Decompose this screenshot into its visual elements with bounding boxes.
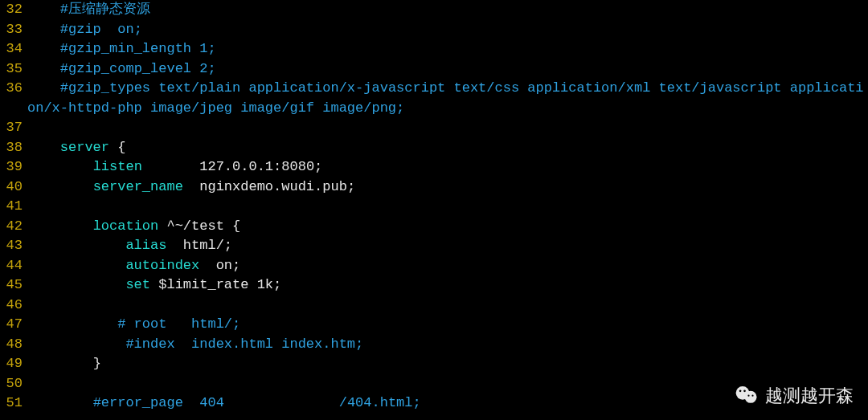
svg-point-5 xyxy=(751,394,753,396)
line-number: 45 xyxy=(0,275,27,296)
code-content[interactable]: #index index.html index.htm; xyxy=(27,335,868,355)
code-token: #压缩静态资源 xyxy=(60,2,150,17)
code-line[interactable]: 45 set $limit_rate 1k; xyxy=(0,275,868,296)
line-number: 49 xyxy=(0,354,27,374)
code-token: $limit_rate 1k; xyxy=(150,277,281,292)
code-token: ^~/test { xyxy=(158,218,240,234)
code-line[interactable]: 34 #gzip_min_length 1; xyxy=(0,39,868,59)
svg-point-3 xyxy=(743,389,746,392)
code-token: #index index.html index.htm; xyxy=(125,336,363,352)
code-token: nginxdemo.wudi.pub; xyxy=(183,179,355,194)
line-number: 42 xyxy=(0,217,27,237)
code-content[interactable]: alias html/; xyxy=(27,236,868,256)
code-content[interactable]: #压缩静态资源 xyxy=(27,0,868,20)
code-token: server_name xyxy=(93,179,183,194)
code-content[interactable]: listen 127.0.0.1:8080; xyxy=(27,157,868,177)
code-token: autoindex xyxy=(125,258,199,273)
code-token: #gzip_types text/plain application/x-jav… xyxy=(27,80,864,116)
code-content[interactable]: #gzip_min_length 1; xyxy=(27,39,868,59)
code-line[interactable]: 46 xyxy=(0,296,868,316)
code-line[interactable]: 43 alias html/; xyxy=(0,236,868,256)
code-token: on; xyxy=(199,258,240,273)
code-token: location xyxy=(93,218,159,234)
line-number: 44 xyxy=(0,256,27,276)
code-content[interactable]: #gzip_types text/plain application/x-jav… xyxy=(27,79,868,118)
line-number: 51 xyxy=(0,393,27,414)
line-number: 36 xyxy=(0,79,27,99)
line-number: 32 xyxy=(0,0,27,20)
code-line[interactable]: 40 server_name nginxdemo.wudi.pub; xyxy=(0,177,868,198)
code-token: #error_page 404 /404.html; xyxy=(93,395,421,410)
code-line[interactable]: 48 #index index.html index.htm; xyxy=(0,335,868,355)
code-line[interactable]: 42 location ^~/test { xyxy=(0,217,868,237)
code-token: #gzip on; xyxy=(60,22,142,37)
line-number: 41 xyxy=(0,197,27,217)
code-line[interactable]: 37 xyxy=(0,118,868,138)
wechat-icon xyxy=(735,382,759,411)
line-number: 35 xyxy=(0,59,27,80)
code-token: listen xyxy=(93,159,142,174)
watermark-text: 越测越开森 xyxy=(765,386,854,406)
code-token: html/; xyxy=(166,238,232,253)
watermark: 越测越开森 xyxy=(735,382,854,411)
code-token: server xyxy=(60,140,109,155)
line-number: 34 xyxy=(0,39,27,59)
code-line[interactable]: 36 #gzip_types text/plain application/x-… xyxy=(0,79,868,118)
code-token: set xyxy=(125,277,150,292)
code-line[interactable]: 41 xyxy=(0,197,868,217)
line-number: 38 xyxy=(0,138,27,158)
code-content[interactable]: } xyxy=(27,354,868,374)
code-line[interactable]: 33 #gzip on; xyxy=(0,20,868,40)
code-content[interactable]: #gzip_comp_level 2; xyxy=(27,59,868,80)
svg-point-4 xyxy=(747,394,749,396)
code-content[interactable]: server_name nginxdemo.wudi.pub; xyxy=(27,177,868,198)
code-line[interactable]: 32 #压缩静态资源 xyxy=(0,0,868,20)
code-token: } xyxy=(93,356,101,371)
code-content[interactable]: server { xyxy=(27,138,868,158)
code-token: #gzip_comp_level 2; xyxy=(60,61,216,76)
code-content[interactable]: location ^~/test { xyxy=(27,217,868,237)
line-number: 37 xyxy=(0,118,27,138)
code-token: alias xyxy=(125,238,166,253)
code-line[interactable]: 44 autoindex on; xyxy=(0,256,868,276)
code-token: #gzip_min_length 1; xyxy=(60,41,216,56)
svg-point-1 xyxy=(745,390,757,402)
code-line[interactable]: 49 } xyxy=(0,354,868,374)
code-token: # root html/; xyxy=(117,316,240,332)
code-line[interactable]: 35 #gzip_comp_level 2; xyxy=(0,59,868,80)
code-content[interactable]: autoindex on; xyxy=(27,256,868,276)
code-content[interactable]: set $limit_rate 1k; xyxy=(27,275,868,296)
code-line[interactable]: 39 listen 127.0.0.1:8080; xyxy=(0,157,868,177)
line-number: 39 xyxy=(0,157,27,177)
line-number: 46 xyxy=(0,296,27,316)
code-line[interactable]: 47 # root html/; xyxy=(0,315,868,335)
line-number: 47 xyxy=(0,315,27,335)
line-number: 43 xyxy=(0,236,27,256)
svg-point-2 xyxy=(739,389,742,392)
code-token: 127.0.0.1:8080; xyxy=(142,159,322,174)
code-token: { xyxy=(109,140,125,155)
line-number: 33 xyxy=(0,20,27,40)
code-line[interactable]: 38 server { xyxy=(0,138,868,158)
line-number: 48 xyxy=(0,335,27,355)
code-content[interactable]: # root html/; xyxy=(27,315,868,335)
line-number: 50 xyxy=(0,374,27,394)
code-content[interactable]: #gzip on; xyxy=(27,20,868,40)
line-number: 40 xyxy=(0,177,27,198)
code-editor[interactable]: 32 #压缩静态资源33 #gzip on;34 #gzip_min_lengt… xyxy=(0,0,868,414)
